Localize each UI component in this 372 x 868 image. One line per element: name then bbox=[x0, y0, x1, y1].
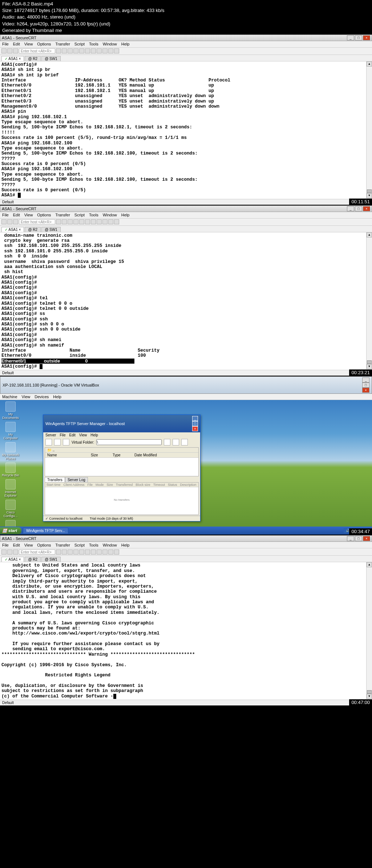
window-titlebar[interactable]: ASA1 - SecureCRT _ □ × bbox=[0, 535, 372, 542]
menu-options[interactable]: Options bbox=[37, 543, 51, 547]
vbox-titlebar[interactable]: XP-192.168.101.100 [Running] - Oracle VM… bbox=[0, 376, 372, 394]
toolbar-icon[interactable] bbox=[56, 48, 61, 53]
tab-r2[interactable]: @ R2 bbox=[25, 557, 41, 562]
log-column[interactable]: Client Address bbox=[64, 483, 85, 487]
terminal-output[interactable]: domain-name trainonic.com crypto key gen… bbox=[0, 232, 372, 370]
toolbar-icon[interactable] bbox=[56, 219, 61, 224]
scroll-up-icon[interactable]: ▲ bbox=[367, 562, 372, 567]
menubar[interactable]: File Edit View Options Transfer Script T… bbox=[0, 212, 372, 219]
col-size[interactable]: Size bbox=[89, 453, 110, 457]
menu-tools[interactable]: Tools bbox=[89, 42, 98, 46]
toolbar-icon[interactable] bbox=[62, 219, 67, 224]
menu-options[interactable]: Options bbox=[37, 42, 51, 46]
toolbar-icon[interactable] bbox=[1, 219, 7, 224]
tab-sw1[interactable]: @ SW1 bbox=[41, 56, 61, 61]
menu-transfer[interactable]: Transfer bbox=[55, 213, 70, 217]
toolbar-icon[interactable] bbox=[79, 219, 84, 224]
toolbar-icon[interactable] bbox=[108, 219, 113, 224]
window-titlebar[interactable]: ASA1 - SecureCRT _ □ × bbox=[0, 35, 372, 41]
tab-serverlog[interactable]: Server Log bbox=[65, 477, 88, 482]
minimize-button[interactable]: _ bbox=[347, 536, 354, 541]
menu-help[interactable]: Help bbox=[121, 42, 130, 46]
scroll-down-icon[interactable]: ▼ bbox=[367, 694, 372, 699]
toolbar-icon[interactable] bbox=[45, 439, 52, 445]
desktop-icon[interactable]: Internet Explorer bbox=[1, 479, 20, 497]
desktop-icon[interactable]: My Network Places bbox=[1, 442, 20, 460]
tab-r2[interactable]: @ R2 bbox=[25, 56, 41, 61]
col-name[interactable]: Name bbox=[45, 453, 89, 457]
menu-view[interactable]: View bbox=[79, 433, 87, 437]
maximize-button[interactable]: □ bbox=[192, 421, 198, 426]
window-titlebar[interactable]: ASA1 - SecureCRT _ □ × bbox=[0, 205, 372, 212]
toolbar-icon[interactable] bbox=[68, 549, 73, 555]
toolbar-icon[interactable] bbox=[97, 48, 102, 53]
scroll-thumb[interactable] bbox=[367, 189, 372, 193]
desktop-icon[interactable]: Cisco Configu... bbox=[1, 500, 20, 518]
toolbar-icon[interactable] bbox=[62, 549, 67, 555]
log-header[interactable]: Start timeClient AddressFileModeSizeTran… bbox=[45, 483, 198, 487]
host-input[interactable]: Enter host <Alt+R> bbox=[19, 48, 55, 53]
log-column[interactable]: Description bbox=[180, 483, 197, 487]
log-column[interactable]: Transferred bbox=[116, 483, 133, 487]
list-header[interactable]: Name Size Type Date Modified bbox=[45, 453, 198, 458]
menu-file[interactable]: File bbox=[2, 42, 9, 46]
file-list[interactable]: 📁 .. Name Size Type Date Modified bbox=[45, 447, 199, 476]
log-column[interactable]: Mode bbox=[96, 483, 104, 487]
toolbar-icon[interactable] bbox=[7, 219, 12, 224]
menu-transfer[interactable]: Transfer bbox=[55, 543, 70, 547]
go-icon[interactable] bbox=[164, 439, 170, 445]
tab-sw1[interactable]: @ SW1 bbox=[41, 557, 61, 562]
toolbar-icon[interactable] bbox=[97, 219, 102, 224]
toolbar-icon[interactable] bbox=[108, 48, 113, 53]
close-button[interactable]: × bbox=[363, 536, 370, 541]
menu-machine[interactable]: Machine bbox=[2, 395, 17, 399]
menu-edit[interactable]: Edit bbox=[13, 42, 20, 46]
desktop-icon[interactable]: My Computer bbox=[1, 422, 20, 440]
toolbar-icon[interactable] bbox=[102, 48, 108, 53]
maximize-button[interactable]: □ bbox=[355, 206, 362, 211]
close-button[interactable]: × bbox=[363, 206, 370, 211]
menu-help[interactable]: Help bbox=[53, 395, 61, 399]
menu-window[interactable]: Window bbox=[103, 42, 117, 46]
menu-help[interactable]: Help bbox=[121, 543, 130, 547]
maximize-button[interactable]: □ bbox=[362, 383, 369, 388]
menu-options[interactable]: Options bbox=[37, 213, 51, 217]
toolbar-icon[interactable] bbox=[1, 48, 7, 53]
toolbar-icon[interactable] bbox=[56, 549, 61, 555]
tab-asa1[interactable]: ✓ ASA1 × bbox=[1, 557, 24, 562]
log-column[interactable]: Block size bbox=[136, 483, 150, 487]
menu-transfer[interactable]: Transfer bbox=[55, 42, 70, 46]
minimize-button[interactable]: _ bbox=[362, 377, 369, 383]
log-column[interactable]: Size bbox=[107, 483, 113, 487]
tab-bar[interactable]: ✓ ASA1 × @ R2 @ SW1 bbox=[0, 55, 372, 61]
tftp-window[interactable]: WinAgents TFTP Server Manager - localhos… bbox=[43, 415, 201, 521]
toolbar-icon[interactable] bbox=[1, 549, 7, 555]
terminal-output[interactable]: subject to United States and local count… bbox=[0, 562, 372, 700]
toolbar-icon[interactable] bbox=[102, 549, 108, 555]
close-button[interactable]: × bbox=[363, 35, 370, 40]
menu-tools[interactable]: Tools bbox=[89, 213, 98, 217]
log-column[interactable]: Start time bbox=[46, 483, 61, 487]
toolbar[interactable]: Enter host <Alt+R> bbox=[0, 219, 372, 226]
menu-script[interactable]: Script bbox=[74, 543, 85, 547]
col-modified[interactable]: Date Modified bbox=[132, 453, 169, 457]
toolbar-icon[interactable] bbox=[85, 48, 90, 53]
scrollbar[interactable]: ▲▼ bbox=[366, 562, 372, 699]
host-input[interactable]: Enter host <Alt+R> bbox=[19, 219, 55, 224]
menu-view[interactable]: View bbox=[24, 543, 33, 547]
scroll-thumb[interactable] bbox=[367, 360, 372, 364]
toolbar-icon[interactable] bbox=[62, 48, 67, 53]
scroll-up-icon[interactable]: ▲ bbox=[367, 61, 372, 67]
xp-taskbar[interactable]: 🪟 start WinAgents TFTP Serv... 🔊 🛡 1:53 … bbox=[0, 527, 372, 535]
menu-edit[interactable]: Edit bbox=[13, 543, 20, 547]
toolbar-icon[interactable] bbox=[181, 439, 188, 445]
tftp-menubar[interactable]: Server File Edit View Help bbox=[43, 432, 200, 438]
maximize-button[interactable]: □ bbox=[355, 536, 362, 541]
menu-window[interactable]: Window bbox=[103, 213, 117, 217]
col-type[interactable]: Type bbox=[110, 453, 132, 457]
menubar[interactable]: File Edit View Options Transfer Script T… bbox=[0, 41, 372, 48]
log-column[interactable]: Timeout bbox=[153, 483, 165, 487]
tab-asa1[interactable]: ✓ ASA1 × bbox=[1, 56, 24, 61]
toolbar-icon[interactable] bbox=[68, 219, 73, 224]
toolbar-icon[interactable] bbox=[114, 549, 119, 555]
